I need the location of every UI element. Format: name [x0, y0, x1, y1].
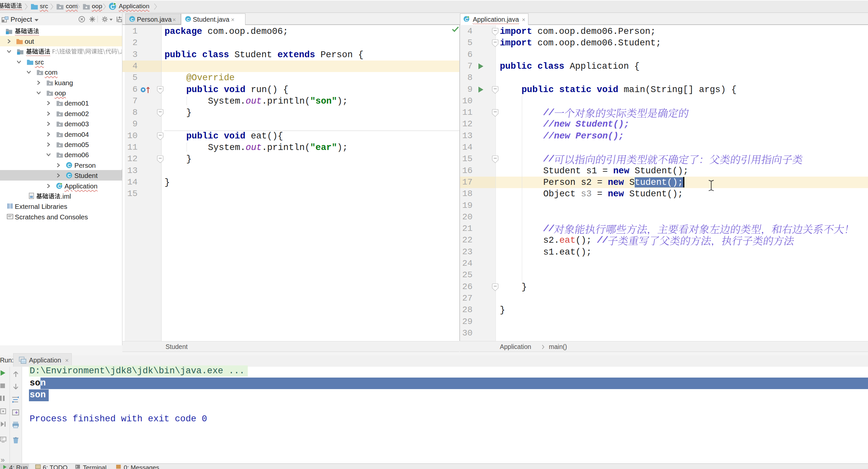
svg-text:C: C [67, 163, 71, 168]
svg-text:C: C [131, 17, 134, 22]
svg-text:C: C [67, 173, 71, 179]
svg-text:C: C [187, 17, 190, 22]
